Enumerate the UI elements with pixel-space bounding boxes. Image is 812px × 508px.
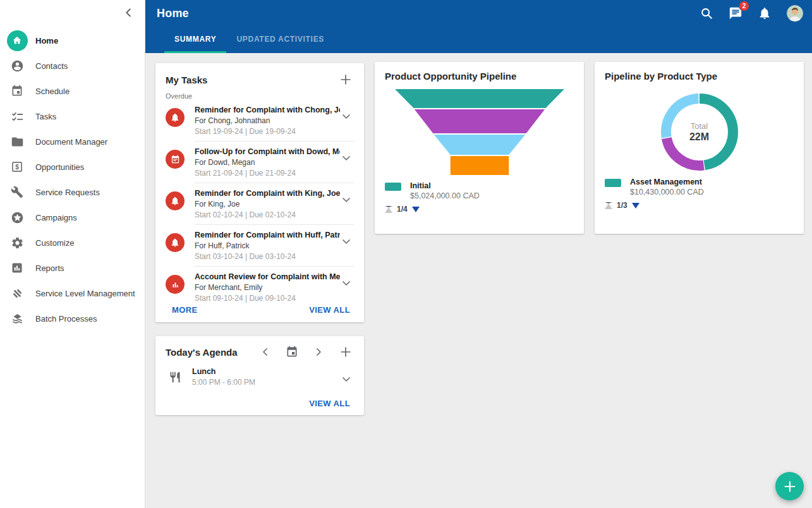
chevron-down-icon xyxy=(340,110,354,123)
legend-page-count: 1/4 xyxy=(397,205,408,214)
sidebar-item-label: Service Level Management xyxy=(35,289,135,298)
funnel-chart[interactable] xyxy=(395,89,564,175)
folder-icon xyxy=(5,135,29,148)
sidebar-item-customize[interactable]: Customize xyxy=(0,230,145,255)
add-task-button[interactable] xyxy=(339,72,354,87)
sidebar-item-document-manager[interactable]: Document Manager xyxy=(0,129,145,154)
sidebar-item-service-requests[interactable]: Service Requests xyxy=(0,179,145,205)
sidebar-item-label: Service Requests xyxy=(35,188,100,197)
task-dates: Start 19-09-24 | Due 19-09-24 xyxy=(195,127,340,136)
sidebar-item-opportunities[interactable]: $ Opportunities xyxy=(0,154,145,179)
donut-chart[interactable] xyxy=(660,93,739,171)
task-row[interactable]: Reminder for Complaint with Chong, Joh..… xyxy=(166,100,354,141)
agenda-calendar-button[interactable] xyxy=(286,344,301,360)
expand-task-button[interactable] xyxy=(340,193,354,207)
star-circle-icon xyxy=(5,211,29,224)
view-all-tasks-button[interactable]: VIEW ALL xyxy=(309,305,350,315)
donut-chart-title: Pipeline by Product Type xyxy=(605,71,794,82)
legend-page-count: 1/3 xyxy=(617,201,627,210)
overdue-label: Overdue xyxy=(166,92,354,100)
bell-icon xyxy=(166,233,185,252)
expand-task-button[interactable] xyxy=(340,151,354,165)
legend-swatch xyxy=(385,183,401,191)
task-row[interactable]: Reminder for Complaint with Huff, Patric… xyxy=(166,225,354,266)
legend-value: $10,430,000.00 CAD xyxy=(630,188,704,197)
fab-add-button[interactable] xyxy=(775,472,804,500)
legend-page-up-icon[interactable] xyxy=(385,206,392,213)
task-for: For King, Joe xyxy=(195,200,340,209)
legend-page-up-icon[interactable] xyxy=(605,202,612,209)
my-tasks-title: My Tasks xyxy=(166,75,207,85)
event-note-icon xyxy=(166,150,185,169)
more-button[interactable]: MORE xyxy=(172,305,198,315)
sidebar-item-schedule[interactable]: Schedule xyxy=(0,78,145,104)
chevron-left-icon xyxy=(122,6,136,20)
funnel-chart-title: Product Opportunity Pipeline xyxy=(385,71,574,82)
top-bar: Home 2 xyxy=(145,0,812,53)
event-time: 5:00 PM - 6:00 PM xyxy=(192,378,340,387)
task-dates: Start 03-10-24 | Due 03-10-24 xyxy=(195,252,340,261)
sidebar-item-label: Home xyxy=(35,36,58,45)
calendar-icon xyxy=(5,85,29,97)
sidebar-item-label: Reports xyxy=(35,263,64,273)
legend-value: $5,024,000.00 CAD xyxy=(410,191,480,200)
sidebar-item-home[interactable]: Home xyxy=(0,28,145,53)
sidebar-item-label: Schedule xyxy=(35,87,70,96)
sidebar-item-label: Contacts xyxy=(35,61,68,71)
plus-icon xyxy=(339,73,354,87)
task-dates: Start 09-10-24 | Due 09-10-24 xyxy=(195,294,340,303)
donut-legend: Asset Management $10,430,000.00 CAD xyxy=(605,178,794,197)
task-row[interactable]: Account Review for Complaint with Mer...… xyxy=(166,267,354,308)
chevron-down-icon xyxy=(340,277,354,289)
sidebar-item-batch-processes[interactable]: Batch Processes xyxy=(0,306,145,331)
task-for: For Huff, Patrick xyxy=(195,241,340,250)
chevron-down-icon xyxy=(340,235,354,248)
svg-text:$: $ xyxy=(15,164,19,171)
task-title: Reminder for Complaint with Chong, Joh..… xyxy=(195,106,340,114)
funnel-legend-pager: 1/4 xyxy=(385,205,574,214)
task-row[interactable]: Reminder for Complaint with King, Joe - … xyxy=(166,183,354,224)
sidebar-item-contacts[interactable]: Contacts xyxy=(0,53,145,78)
legend-swatch xyxy=(605,179,621,187)
bell-icon xyxy=(166,191,185,210)
expand-task-button[interactable] xyxy=(340,234,354,248)
bell-icon xyxy=(166,108,185,127)
legend-page-down-icon[interactable] xyxy=(632,203,639,209)
search-button[interactable] xyxy=(700,6,715,21)
agenda-prev-day-button[interactable] xyxy=(259,344,274,360)
plus-icon xyxy=(783,480,797,493)
notifications-button[interactable] xyxy=(758,6,773,21)
task-row[interactable]: Follow-Up for Complaint with Dowd, Me...… xyxy=(166,142,354,183)
task-for: For Dowd, Megan xyxy=(195,158,340,167)
gear-icon xyxy=(5,236,29,250)
tab-updated-activities[interactable]: UPDATED ACTIVITIES xyxy=(226,27,334,53)
user-avatar[interactable] xyxy=(787,5,803,21)
add-event-button[interactable] xyxy=(339,344,354,360)
wrench-icon xyxy=(5,186,29,198)
my-tasks-card: My Tasks Overdue Reminder for Complaint … xyxy=(155,63,364,322)
expand-task-button[interactable] xyxy=(340,276,354,290)
chevron-down-icon xyxy=(340,193,354,206)
funnel-legend: Initial $5,024,000.00 CAD xyxy=(385,181,574,200)
sidebar-item-reports[interactable]: Reports xyxy=(0,255,145,281)
chevron-down-icon xyxy=(340,373,354,385)
sidebar-item-campaigns[interactable]: Campaigns xyxy=(0,205,145,230)
sidebar-item-service-level-management[interactable]: Service Level Management xyxy=(0,281,145,306)
task-title: Follow-Up for Complaint with Dowd, Me... xyxy=(195,147,340,156)
sidebar-collapse-button[interactable] xyxy=(122,6,136,20)
messages-button[interactable]: 2 xyxy=(729,6,744,21)
tab-summary[interactable]: SUMMARY xyxy=(164,27,226,53)
bell-icon xyxy=(758,6,773,20)
legend-page-down-icon[interactable] xyxy=(412,207,420,212)
task-for: For Chong, Johnathan xyxy=(195,116,340,125)
expand-event-button[interactable] xyxy=(340,372,354,386)
opportunity-pipeline-card: Product Opportunity Pipeline Initial $5,… xyxy=(375,62,584,234)
task-dates: Start 21-09-24 | Due 21-09-24 xyxy=(195,169,340,178)
expand-task-button[interactable] xyxy=(340,109,354,123)
handshake-icon xyxy=(5,287,29,300)
sidebar-item-tasks[interactable]: Tasks xyxy=(0,104,145,129)
agenda-title: Today's Agenda xyxy=(166,347,238,358)
agenda-next-day-button[interactable] xyxy=(312,344,327,360)
view-all-agenda-button[interactable]: VIEW ALL xyxy=(309,399,350,408)
agenda-event-row[interactable]: Lunch 5:00 PM - 6:00 PM xyxy=(166,367,354,387)
